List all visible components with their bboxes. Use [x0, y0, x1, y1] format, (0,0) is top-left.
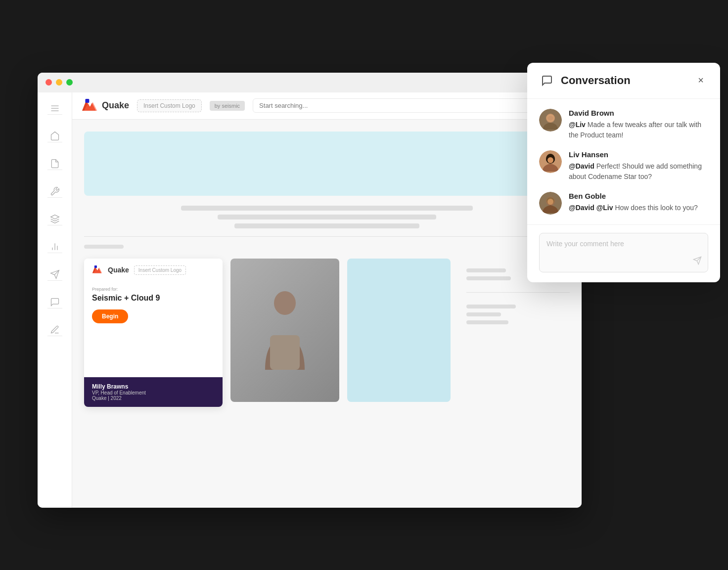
avatar-ben-svg [539, 192, 562, 215]
person-silhouette [255, 281, 315, 380]
sidebar-send-icon[interactable] [46, 266, 64, 284]
message-content-david: David Brown @Liv Made a few tweaks after… [569, 109, 708, 140]
svg-rect-16 [270, 335, 300, 370]
svg-point-29 [547, 199, 553, 205]
card-presenter-name: Milly Brawns [92, 383, 215, 390]
rc-divider [466, 292, 570, 293]
comment-placeholder: Write your comment here [546, 240, 624, 248]
traffic-light-red[interactable] [46, 79, 52, 86]
card-footer: Milly Brawns VP, Head of Enablement Quak… [84, 377, 223, 407]
message-content-ben: Ben Goble @David @Liv How does this look… [569, 192, 708, 213]
avatar-david-svg [539, 109, 562, 132]
sidebar-chart-icon[interactable] [46, 239, 64, 257]
text-line-2 [218, 215, 436, 219]
card-logo-mini-icon [92, 265, 103, 274]
sidebar-home-icon[interactable] [46, 128, 64, 146]
rc-line-5 [466, 320, 508, 324]
top-nav: Quake Insert Custom Logo by seismic [72, 92, 582, 120]
message-author-liv: Liv Hansen [569, 150, 708, 159]
text-line-3 [234, 223, 419, 228]
conversation-messages: David Brown @Liv Made a few tweaks after… [527, 99, 720, 224]
message-author-ben: Ben Goble [569, 192, 708, 200]
send-comment-icon[interactable] [693, 256, 702, 267]
logo-area: Quake [82, 99, 129, 113]
message-item-liv: Liv Hansen @David Perfect! Should we add… [539, 150, 708, 182]
avatar-ben [539, 192, 562, 215]
message-author-david: David Brown [569, 109, 708, 117]
card-presenter-company: Quake | 2022 [92, 395, 215, 401]
blue-card [347, 259, 451, 402]
small-line-1 [84, 245, 124, 249]
message-text-david: @Liv Made a few tweaks after our talk wi… [569, 120, 708, 140]
main-area: Quake Insert Custom Logo by seismic [72, 92, 582, 508]
comment-section: Write your comment here [527, 224, 720, 282]
rc-line-3 [466, 305, 516, 308]
logo-text: Quake [102, 100, 129, 111]
insert-custom-logo-button[interactable]: Insert Custom Logo [137, 99, 202, 112]
card-header: Quake Insert Custom Logo [84, 259, 223, 282]
photo-card [230, 259, 339, 402]
browser-content: Quake Insert Custom Logo by seismic [38, 92, 582, 508]
avatar-david [539, 109, 562, 132]
message-text-ben: @David @Liv How does this look to you? [569, 203, 708, 213]
preview-card-left: Quake Insert Custom Logo Prepared for: S… [84, 259, 223, 407]
svg-rect-11 [85, 99, 89, 103]
content-divider-1 [84, 236, 570, 237]
svg-point-20 [547, 116, 553, 121]
rc-line-4 [466, 312, 501, 316]
text-lines-group [84, 206, 570, 228]
small-lines-group [84, 245, 570, 249]
message-item-ben: Ben Goble @David @Liv How does this look… [539, 192, 708, 215]
sidebar-edit-icon[interactable] [46, 322, 64, 340]
card-begin-button[interactable]: Begin [92, 309, 128, 323]
cards-row: Quake Insert Custom Logo Prepared for: S… [84, 259, 570, 407]
mention-liv: @Liv [569, 121, 586, 129]
comment-input-box[interactable]: Write your comment here [539, 233, 708, 272]
svg-marker-3 [50, 215, 59, 219]
nav-tag: by seismic [210, 101, 245, 111]
mention-david: @David [569, 162, 594, 170]
photo-placeholder [230, 259, 339, 402]
search-input[interactable] [253, 98, 572, 113]
close-button[interactable]: × [693, 73, 708, 88]
conversation-icon [539, 73, 555, 88]
sidebar-tools-icon[interactable] [46, 183, 64, 201]
conversation-title: Conversation [561, 74, 693, 87]
traffic-light-yellow[interactable] [56, 79, 62, 86]
traffic-light-green[interactable] [66, 79, 73, 86]
svg-point-15 [274, 291, 296, 315]
svg-rect-14 [94, 265, 97, 268]
card-custom-logo-label: Insert Custom Logo [134, 265, 186, 275]
card-prepared-label: Prepared for: [92, 287, 215, 292]
message-item-david: David Brown @Liv Made a few tweaks after… [539, 109, 708, 140]
card-title: Seismic + Cloud 9 [92, 294, 215, 303]
card-presenter-title: VP, Head of Enablement [92, 390, 215, 395]
browser-chrome [38, 73, 582, 92]
rc-line-1 [466, 268, 506, 272]
card-logo-text: Quake [108, 266, 129, 274]
rc-line-2 [466, 276, 511, 280]
browser-window: Quake Insert Custom Logo by seismic [38, 73, 582, 508]
avatar-liv [539, 150, 562, 173]
sidebar-layers-icon[interactable] [46, 211, 64, 229]
quake-logo-icon [82, 99, 98, 113]
sidebar-document-icon[interactable] [46, 156, 64, 174]
conversation-header: Conversation × [527, 63, 720, 99]
hero-block [84, 132, 570, 196]
message-text-liv: @David Perfect! Should we add something … [569, 161, 708, 182]
page-content: Quake Insert Custom Logo Prepared for: S… [72, 120, 582, 508]
sidebar [38, 92, 72, 508]
text-line-1 [181, 206, 472, 211]
sidebar-chat-icon[interactable] [46, 294, 64, 312]
mention-david-ben: @David @Liv [569, 204, 613, 212]
svg-point-25 [547, 157, 553, 163]
card-body: Prepared for: Seismic + Cloud 9 Begin [84, 282, 223, 328]
avatar-liv-svg [539, 150, 562, 173]
message-content-liv: Liv Hansen @David Perfect! Should we add… [569, 150, 708, 182]
conversation-panel: Conversation × David Brown [527, 63, 720, 282]
sidebar-menu-icon[interactable] [46, 100, 64, 118]
